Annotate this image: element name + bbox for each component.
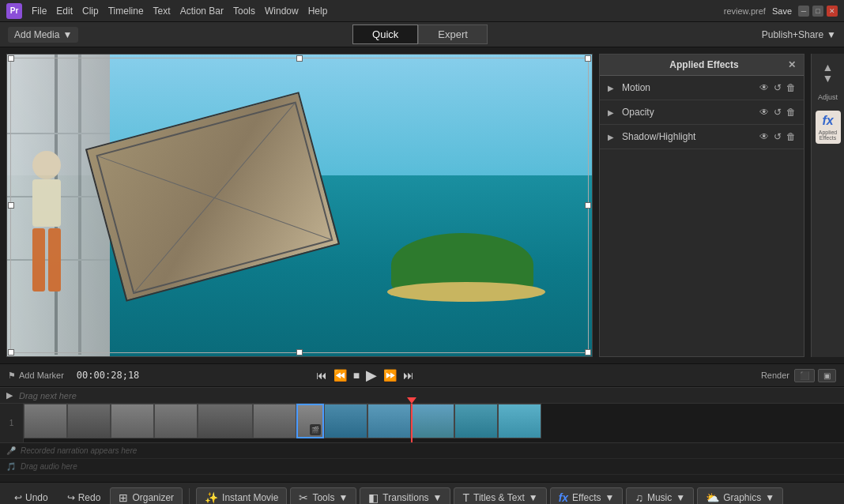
expand-opacity-icon[interactable]: ▶ <box>608 108 616 117</box>
play-button[interactable]: ▶ <box>366 367 377 384</box>
mode-tabs: Quick Expert <box>352 24 488 44</box>
menu-file[interactable]: File <box>32 6 47 17</box>
menu-edit[interactable]: Edit <box>56 6 73 17</box>
dropdown-arrow-icon: ▼ <box>62 29 72 40</box>
playback-bar: ⚑ Add Marker 00:00:28;18 ⏮ ⏪ ■ ▶ ⏩ ⏭ Ren… <box>0 363 844 387</box>
effects-icon: fx <box>559 491 568 504</box>
publish-share-button[interactable]: Publish+Share ▼ <box>762 29 836 40</box>
visibility-shadow-icon[interactable]: 👁 <box>759 131 769 142</box>
minimize-button[interactable]: ─ <box>798 6 809 17</box>
undo-icon: ↩ <box>14 492 22 503</box>
save-button[interactable]: Save <box>772 6 792 16</box>
clip-thumb-3[interactable] <box>111 404 154 438</box>
playhead[interactable] <box>411 404 413 442</box>
reset-opacity-icon[interactable]: ↺ <box>774 107 782 118</box>
clip-thumb-11[interactable] <box>498 404 541 438</box>
effect-name-motion: Motion <box>622 82 753 93</box>
music-dropdown-icon: ▼ <box>676 492 685 503</box>
tab-expert[interactable]: Expert <box>418 24 488 44</box>
visibility-opacity-icon[interactable]: 👁 <box>759 107 769 118</box>
applied-effects-panel: Applied Effects ✕ ▶ Motion 👁 ↺ 🗑 ▶ Opaci… <box>599 54 804 357</box>
bottom-toolbar: ↩ Undo ↪ Redo ⊞ Organizer ✨ Instant Movi… <box>0 482 844 504</box>
clip-thumb-1[interactable] <box>24 404 67 438</box>
expand-shadow-icon[interactable]: ▶ <box>608 133 616 141</box>
undo-button[interactable]: ↩ Undo <box>8 489 55 505</box>
audio-track: 🎵 Drag audio here <box>0 459 844 475</box>
marker-flag-icon: ⚑ <box>8 370 16 381</box>
tab-quick[interactable]: Quick <box>352 24 418 44</box>
playback-controls: ⏮ ⏪ ■ ▶ ⏩ ⏭ <box>316 367 414 384</box>
menu-window[interactable]: Window <box>265 6 299 17</box>
menu-text[interactable]: Text <box>153 6 171 17</box>
delete-opacity-icon[interactable]: 🗑 <box>786 107 796 118</box>
organizer-button[interactable]: ⊞ Organizer <box>110 487 183 505</box>
track-content: 🎬 <box>24 404 844 442</box>
panel-close-button[interactable]: ✕ <box>788 59 796 70</box>
music-icon: ♫ <box>635 491 643 504</box>
menu-help[interactable]: Help <box>308 6 328 17</box>
render-settings-button[interactable]: ▣ <box>818 369 836 382</box>
main-content: Applied Effects ✕ ▶ Motion 👁 ↺ 🗑 ▶ Opaci… <box>0 47 844 363</box>
graphics-button[interactable]: ⛅ Graphics ▼ <box>697 487 783 505</box>
close-button[interactable]: ✕ <box>827 6 838 17</box>
delete-motion-icon[interactable]: 🗑 <box>786 82 796 93</box>
visibility-motion-icon[interactable]: 👁 <box>759 82 769 93</box>
clip-thumb-4[interactable] <box>154 404 198 438</box>
clip-thumb-2[interactable] <box>67 404 111 438</box>
reset-motion-icon[interactable]: ↺ <box>774 82 782 93</box>
video-track: 1 🎬 <box>0 404 844 443</box>
playhead-marker <box>407 397 416 404</box>
svg-rect-7 <box>32 228 45 291</box>
adjust-up-icon[interactable]: ▲ <box>823 62 834 73</box>
clip-thumb-9[interactable] <box>411 404 454 438</box>
adjust-arrows: ▲ ▼ <box>823 62 834 84</box>
play-to-end-button[interactable]: ⏩ <box>383 369 397 382</box>
add-marker-button[interactable]: ⚑ Add Marker <box>8 370 64 381</box>
panel-title: Applied Effects <box>669 59 738 70</box>
clip-thumb-8[interactable] <box>367 404 411 438</box>
music-button[interactable]: ♫ Music ▼ <box>626 487 694 505</box>
effect-icons-opacity: 👁 ↺ 🗑 <box>759 107 796 118</box>
clip-thumb-6[interactable] <box>253 404 296 438</box>
adjust-down-icon[interactable]: ▼ <box>823 73 834 84</box>
render-preview-button[interactable]: ⬛ <box>794 369 815 382</box>
menu-action-bar[interactable]: Action Bar <box>180 6 224 17</box>
panel-empty-space <box>600 149 804 356</box>
effect-icons-motion: 👁 ↺ 🗑 <box>759 82 796 93</box>
narration-hint: Recorded narration appears here <box>21 446 137 455</box>
effects-button[interactable]: fx Effects ▼ <box>550 487 624 505</box>
redo-button[interactable]: ↪ Redo <box>61 489 107 505</box>
instant-movie-button[interactable]: ✨ Instant Movie <box>196 487 287 505</box>
clip-thumb-5[interactable] <box>198 404 253 438</box>
expand-motion-icon[interactable]: ▶ <box>608 84 616 92</box>
clip-thumb-7[interactable] <box>324 404 367 438</box>
ship-structure-svg <box>7 55 110 355</box>
top-toolbar: Add Media ▼ Quick Expert Publish+Share ▼ <box>0 22 844 47</box>
transitions-button[interactable]: ◧ Transitions ▼ <box>360 487 450 505</box>
transitions-dropdown-icon: ▼ <box>433 492 443 503</box>
fx-applied-effects-box[interactable]: fx Applied Effects <box>816 111 841 144</box>
track-label: 1 <box>0 404 24 442</box>
step-back-button[interactable]: ⏮ <box>316 369 327 382</box>
render-buttons: ⬛ ▣ <box>794 369 836 382</box>
delete-shadow-icon[interactable]: 🗑 <box>786 131 796 142</box>
effect-icons-shadow: 👁 ↺ 🗑 <box>759 131 796 142</box>
step-forward-button[interactable]: ⏭ <box>403 369 414 382</box>
clip-thumb-10[interactable] <box>454 404 498 438</box>
fx-icon: fx <box>819 114 838 128</box>
person-area <box>7 55 110 356</box>
timeline-expand-icon[interactable]: ▶ <box>6 390 13 401</box>
stop-button[interactable]: ■ <box>353 369 360 382</box>
menu-clip[interactable]: Clip <box>82 6 99 17</box>
reset-shadow-icon[interactable]: ↺ <box>774 131 782 142</box>
menu-timeline[interactable]: Timeline <box>108 6 144 17</box>
menu-tools[interactable]: Tools <box>233 6 255 17</box>
adjust-label: Adjust <box>818 93 838 101</box>
titles-text-button[interactable]: T Titles & Text ▼ <box>454 487 546 505</box>
restore-button[interactable]: □ <box>812 6 823 17</box>
clip-thumb-active[interactable]: 🎬 <box>296 404 324 438</box>
tools-button[interactable]: ✂ Tools ▼ <box>290 487 356 505</box>
add-media-button[interactable]: Add Media ▼ <box>8 27 78 43</box>
transitions-icon: ◧ <box>368 491 379 504</box>
prev-frame-button[interactable]: ⏪ <box>333 369 347 382</box>
